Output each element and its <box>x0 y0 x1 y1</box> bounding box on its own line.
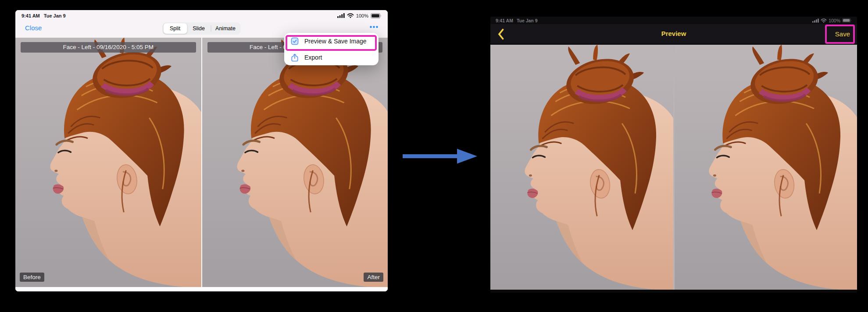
status-date: Tue Jan 9 <box>517 18 538 23</box>
checkbox-icon <box>291 37 299 45</box>
split-photos: Face - Left - 09/16/2020 - 5:05 PM Befor… <box>15 38 388 287</box>
after-badge: After <box>364 273 383 282</box>
after-photo <box>675 45 857 290</box>
share-icon <box>291 53 299 62</box>
wifi-icon <box>821 18 827 23</box>
profile-photo <box>675 45 857 290</box>
before-badge: Before <box>20 273 44 282</box>
bottom-strip <box>490 290 857 293</box>
status-bar: 9:41 AM Tue Jan 9 100% <box>15 10 388 19</box>
ellipsis-icon <box>370 26 378 28</box>
profile-photo <box>490 45 673 290</box>
before-photo <box>490 45 673 290</box>
after-photo: Face - Left - 09/16/2020 - 5:05 PM After <box>202 38 388 287</box>
battery-icon <box>371 13 382 18</box>
right-arrow-icon <box>403 146 478 166</box>
segment-split[interactable]: Split <box>163 23 187 34</box>
status-time: 9:41 AM <box>21 13 40 18</box>
segment-slide[interactable]: Slide <box>187 23 211 34</box>
before-photo: Face - Left - 09/16/2020 - 5:05 PM Befor… <box>15 38 201 287</box>
screenshot-canvas: 9:41 AM Tue Jan 9 100% Close Split Slide <box>0 0 868 312</box>
view-mode-segmented-control: Split Slide Animate <box>162 22 241 35</box>
before-photo-header: Face - Left - 09/16/2020 - 5:05 PM <box>21 42 196 53</box>
menu-item-label: Preview & Save Image <box>304 38 367 45</box>
menu-item-preview-save[interactable]: Preview & Save Image <box>284 33 379 49</box>
menu-item-label: Export <box>304 54 322 61</box>
profile-photo <box>15 38 201 287</box>
bottom-strip <box>15 287 388 291</box>
preview-screen: 9:41 AM Tue Jan 9 100% Preview Save <box>490 17 857 293</box>
status-icons: 100% <box>812 18 852 23</box>
status-bar: 9:41 AM Tue Jan 9 100% <box>490 17 857 24</box>
nav-bar: Preview Save <box>490 24 857 45</box>
cellular-signal-icon <box>812 18 819 23</box>
wifi-icon <box>347 13 354 18</box>
status-time: 9:41 AM <box>496 18 513 23</box>
segment-animate[interactable]: Animate <box>211 23 240 34</box>
save-button[interactable]: Save <box>835 30 850 38</box>
battery-percent: 100% <box>356 13 368 18</box>
status-time-date: 9:41 AM Tue Jan 9 <box>21 13 66 18</box>
battery-percent: 100% <box>829 18 840 23</box>
transition-arrow <box>403 146 478 166</box>
preview-photos <box>490 45 857 290</box>
status-date: Tue Jan 9 <box>44 13 66 18</box>
profile-photo <box>202 38 388 287</box>
status-time-date: 9:41 AM Tue Jan 9 <box>496 18 538 23</box>
more-menu-popover: Preview & Save Image Export <box>284 33 379 65</box>
cellular-signal-icon <box>337 13 345 18</box>
page-title: Preview <box>490 30 857 37</box>
close-button[interactable]: Close <box>25 24 42 32</box>
menu-item-export[interactable]: Export <box>284 49 379 65</box>
compare-app-screen: 9:41 AM Tue Jan 9 100% Close Split Slide <box>15 10 388 291</box>
status-icons: 100% <box>337 13 382 18</box>
battery-icon <box>842 18 852 23</box>
more-button[interactable] <box>370 26 378 28</box>
